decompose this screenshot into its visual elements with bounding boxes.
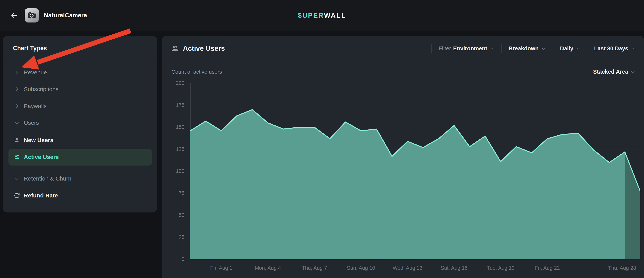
y-axis-label: 100 [162,168,184,174]
logo-rest: WALL [324,11,346,19]
top-bar: NaturalCamera $UPERWALL [0,0,644,31]
sidebar-item-label: Revenue [24,69,47,76]
divider [553,44,553,53]
y-axis-label: 150 [162,124,184,130]
date-range-dropdown[interactable]: Last 30 Days [594,45,636,52]
sidebar-item-paywalls[interactable]: Paywalls [8,98,152,115]
breakdown-value: Breakdown [508,45,538,52]
filter-label: Filter [438,45,451,52]
chevron-down-icon [541,46,546,51]
arrow-left-icon [10,11,18,20]
sidebar-item-retention-churn[interactable]: Retention & Churn [8,170,152,187]
x-axis-label: Sun, Aug 10 [347,265,375,271]
chart-type-value: Stacked Area [593,69,628,75]
x-axis-label: Thu, Aug 28 [608,265,636,271]
chevron-down-icon [576,46,581,51]
y-axis-label: 50 [162,212,184,218]
app-icon-camera [24,8,39,22]
sidebar-item-label: Refund Rate [24,192,58,199]
logo-accent: $UPER [298,11,324,19]
x-axis-label: Thu, Aug 7 [302,265,327,271]
chevron-right-icon [14,86,20,92]
back-button[interactable] [8,9,20,21]
x-axis-label: Wed, Aug 13 [393,265,422,271]
area-fill-partial [625,152,640,259]
stacked-area-chart [190,83,640,259]
chevron-right-icon [14,103,20,109]
sidebar-item-active-users[interactable]: Active Users [8,149,152,166]
sidebar-item-revenue[interactable]: Revenue [8,64,152,81]
app-name: NaturalCamera [44,12,87,19]
chart-subheader: Count of active users Stacked Area [162,61,644,83]
chart-types-panel: Chart Types RevenueSubscriptionsPaywalls… [3,36,157,213]
users-icon [14,154,20,160]
environment-filter-value: Environment [453,45,487,52]
y-axis-label: 75 [162,190,184,196]
refresh-icon [14,193,20,198]
breakdown-dropdown[interactable]: Breakdown [508,45,546,52]
chevron-down-icon [489,46,494,51]
sidebar-item-label: New Users [24,137,53,143]
active-users-panel: Active Users Filter Environment Breakdow… [162,36,644,278]
filter-bar: Filter Environment Breakdown Daily Last … [424,44,636,53]
sidebar-item-label: Subscriptions [24,86,58,92]
x-axis-label: Fri, Aug 1 [210,265,232,271]
divider [432,44,432,53]
users-icon [172,45,179,52]
panel-header: Active Users Filter Environment Breakdow… [162,36,644,61]
chart-subtitle: Count of active users [172,69,222,75]
sidebar-item-label: Users [24,120,39,126]
sidebar-item-label: Active Users [24,154,59,160]
y-axis-label: 25 [162,234,184,240]
x-axis-label: Sat, Aug 16 [441,265,468,271]
y-axis-label: 200 [162,80,184,86]
chevron-down-icon [14,176,20,182]
chevron-down-icon [14,120,20,126]
divider [3,60,157,60]
x-axis-label: Fri, Aug 22 [535,265,560,271]
chevron-down-icon [630,69,636,74]
interval-dropdown[interactable]: Daily [560,45,580,52]
sidebar-item-new-users[interactable]: New Users [8,132,152,149]
chevron-right-icon [14,70,20,75]
divider [502,44,502,53]
chevron-down-icon [630,46,636,51]
camera-icon [27,10,37,20]
sidebar-item-refund-rate[interactable]: Refund Rate [8,187,152,204]
sidebar-item-users[interactable]: Users [8,114,152,131]
date-range-value: Last 30 Days [594,45,628,52]
x-axis-label: Tue, Aug 19 [487,265,514,271]
panel-title: Active Users [183,44,225,52]
user-icon [14,137,20,143]
y-axis-label: 0 [162,256,184,262]
sidebar-item-subscriptions[interactable]: Subscriptions [8,81,152,98]
interval-value: Daily [560,45,573,52]
sidebar-item-label: Retention & Churn [24,175,71,182]
y-axis-label: 125 [162,146,184,152]
area-fill [190,110,640,259]
x-axis-label: Mon, Aug 4 [255,265,281,271]
superwall-logo: $UPERWALL [298,11,346,19]
sidebar-item-label: Paywalls [24,103,46,109]
environment-filter-dropdown[interactable]: Filter Environment [438,45,494,52]
y-axis-label: 175 [162,102,184,108]
chart-types-title: Chart Types [13,36,47,60]
chart-type-dropdown[interactable]: Stacked Area [593,69,636,75]
